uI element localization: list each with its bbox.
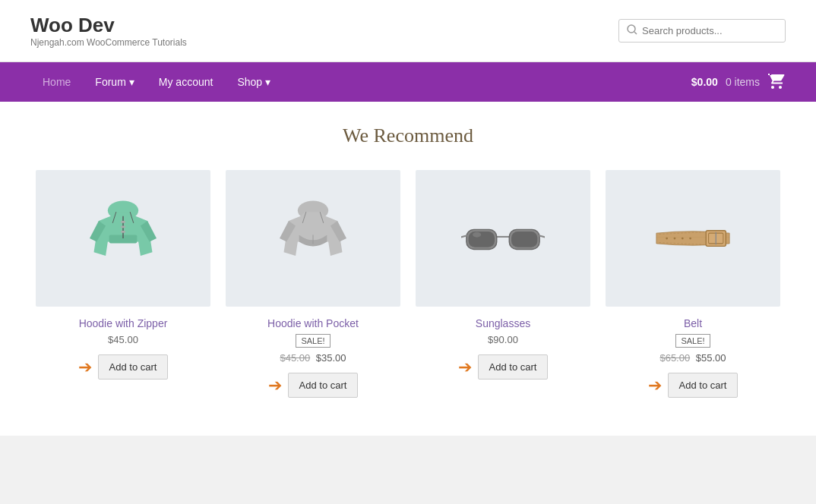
site-branding: Woo Dev Njengah.com WooCommerce Tutorial… [30, 14, 187, 48]
product-image-hoodie-zipper [36, 170, 210, 307]
svg-rect-7 [121, 226, 125, 228]
product-image-hoodie-pocket [226, 170, 400, 307]
svg-point-29 [682, 238, 684, 240]
product-name-4[interactable]: Belt [684, 317, 702, 329]
section-title: We Recommend [36, 124, 780, 147]
svg-point-30 [674, 238, 676, 240]
svg-point-28 [689, 238, 691, 240]
svg-rect-8 [121, 231, 125, 233]
search-bar[interactable] [618, 19, 786, 43]
svg-rect-18 [469, 232, 495, 247]
product-card-3: Sunglasses $90.00 ➔ Add to cart [416, 170, 590, 398]
nav-item-home[interactable]: Home [30, 62, 83, 102]
arrow-icon-3: ➔ [458, 358, 472, 377]
sale-badge-2: SALE! [296, 334, 330, 348]
nav-item-forum[interactable]: Forum ▾ [83, 62, 146, 102]
site-nav: Home Forum ▾ My account Shop ▾ $0.00 0 i… [0, 62, 816, 102]
product-price-3: $90.00 [488, 334, 518, 345]
arrow-icon-4: ➔ [648, 376, 662, 395]
add-to-cart-button-4[interactable]: Add to cart [668, 373, 739, 398]
product-price-2: SALE! $45.00 $35.00 [280, 334, 346, 364]
site-subtitle: Njengah.com WooCommerce Tutorials [30, 37, 187, 48]
product-image-sunglasses [416, 170, 590, 307]
nav-left: Home Forum ▾ My account Shop ▾ [30, 62, 283, 102]
add-to-cart-row-1: ➔ Add to cart [78, 354, 169, 380]
svg-point-0 [628, 25, 635, 33]
product-image-belt [606, 170, 780, 307]
search-icon [627, 24, 637, 37]
add-to-cart-row-2: ➔ Add to cart [268, 373, 359, 398]
chevron-down-icon: ▾ [265, 76, 270, 88]
products-grid: Hoodie with Zipper $45.00 ➔ Add to cart [36, 170, 780, 398]
cart-amount: $0.00 [691, 76, 718, 88]
add-to-cart-button-1[interactable]: Add to cart [98, 354, 169, 380]
product-name-1[interactable]: Hoodie with Zipper [79, 317, 168, 329]
arrow-icon-2: ➔ [268, 376, 282, 395]
product-card-1: Hoodie with Zipper $45.00 ➔ Add to cart [36, 170, 210, 398]
product-price-4: SALE! $65.00 $55.00 [659, 334, 726, 364]
svg-rect-20 [511, 232, 537, 247]
add-to-cart-row-4: ➔ Add to cart [648, 373, 739, 398]
product-name-2[interactable]: Hoodie with Pocket [267, 317, 359, 329]
product-card-2: Hoodie with Pocket SALE! $45.00 $35.00 ➔… [226, 170, 400, 398]
nav-right: $0.00 0 items [691, 72, 786, 93]
nav-item-shop[interactable]: Shop ▾ [225, 62, 283, 102]
svg-rect-6 [121, 221, 125, 223]
site-title: Woo Dev [30, 14, 187, 37]
svg-line-21 [461, 236, 467, 238]
product-price-1: $45.00 [108, 334, 138, 345]
sale-badge-4: SALE! [675, 334, 710, 348]
svg-point-23 [473, 232, 481, 238]
nav-item-myaccount[interactable]: My account [147, 62, 226, 102]
add-to-cart-button-3[interactable]: Add to cart [478, 354, 549, 380]
add-to-cart-button-2[interactable]: Add to cart [288, 373, 359, 398]
chevron-down-icon: ▾ [129, 76, 134, 88]
svg-line-1 [634, 32, 637, 34]
add-to-cart-row-3: ➔ Add to cart [458, 354, 549, 380]
svg-line-22 [539, 236, 545, 238]
product-name-3[interactable]: Sunglasses [476, 317, 530, 329]
cart-items-label: 0 items [726, 76, 760, 88]
svg-point-31 [666, 238, 668, 240]
cart-icon[interactable] [767, 72, 786, 93]
search-input[interactable] [642, 25, 777, 36]
arrow-icon-1: ➔ [78, 358, 92, 377]
site-header: Woo Dev Njengah.com WooCommerce Tutorial… [0, 0, 816, 62]
product-card-4: Belt SALE! $65.00 $55.00 ➔ Add to cart [606, 170, 780, 398]
